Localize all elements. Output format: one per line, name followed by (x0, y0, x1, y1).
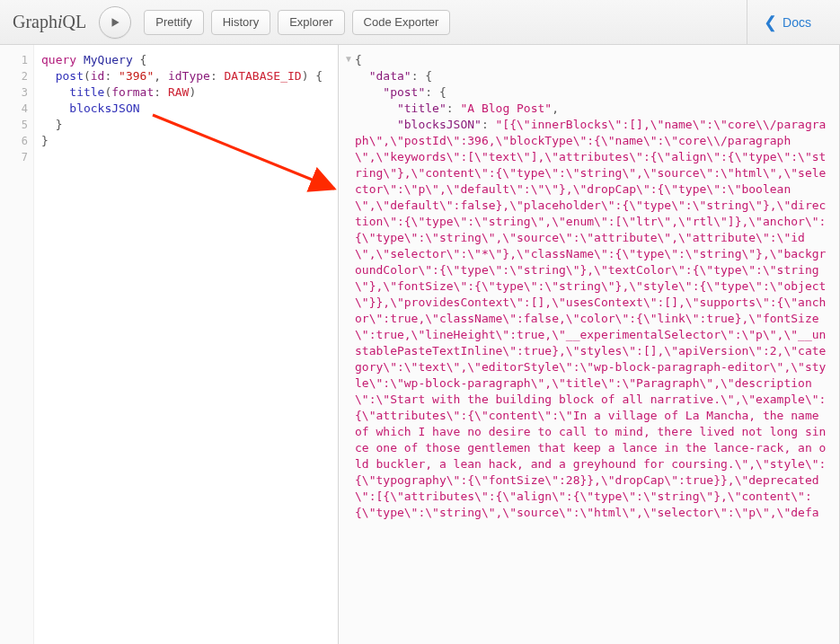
line-number: 5 (0, 117, 28, 133)
fold-icon[interactable]: ▼ (344, 54, 353, 64)
logo-post: QL (63, 12, 87, 31)
query-pane: 1 2 3 4 5 6 7 query MyQuery { post(id: "… (0, 45, 339, 644)
toolbar: GraphiQL Prettify History Explorer Code … (0, 0, 840, 45)
result-viewer[interactable]: { "data": { "post": { "title": "A Blog P… (339, 45, 839, 521)
prettify-button[interactable]: Prettify (144, 10, 203, 35)
explorer-button[interactable]: Explorer (278, 10, 344, 35)
line-number: 4 (0, 101, 28, 117)
line-number: 6 (0, 133, 28, 149)
code-exporter-button[interactable]: Code Exporter (352, 10, 451, 35)
line-gutter: 1 2 3 4 5 6 7 (0, 45, 34, 644)
app-logo: GraphiQL (13, 12, 86, 32)
line-number: 7 (0, 149, 28, 165)
query-editor[interactable]: 1 2 3 4 5 6 7 query MyQuery { post(id: "… (0, 45, 338, 644)
editor-panes: 1 2 3 4 5 6 7 query MyQuery { post(id: "… (0, 45, 840, 644)
execute-button[interactable] (99, 6, 131, 39)
logo-pre: Graph (13, 12, 57, 31)
result-pane: ▼ { "data": { "post": { "title": "A Blog… (339, 45, 840, 644)
history-button[interactable]: History (211, 10, 270, 35)
play-icon (109, 16, 121, 29)
line-number: 2 (0, 68, 28, 84)
chevron-left-icon: ❮ (764, 14, 777, 31)
docs-label: Docs (783, 15, 811, 30)
line-number: 1 (0, 52, 28, 68)
line-number: 3 (0, 84, 28, 101)
query-code[interactable]: query MyQuery { post(id: "396", idType: … (34, 45, 338, 644)
docs-toggle[interactable]: ❮ Docs (747, 0, 827, 44)
